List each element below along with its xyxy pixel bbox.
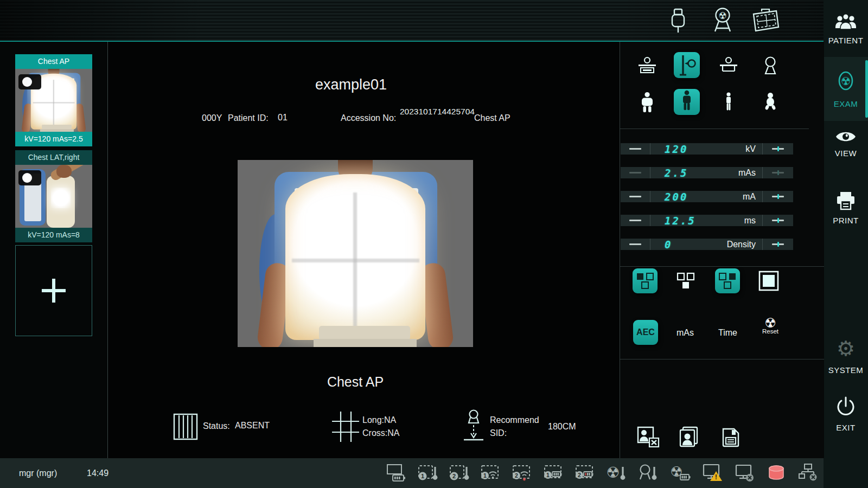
top-status-bar: ☢ — [0, 0, 824, 42]
plus-icon — [38, 275, 69, 306]
thumbnail-chest-ap[interactable]: Chest AP kV=120 mAs=2.5 — [15, 54, 92, 146]
camera-icon — [18, 170, 41, 185]
nav-patient[interactable]: PATIENT — [824, 13, 868, 45]
body-type-slim-adult-button[interactable] — [716, 91, 742, 117]
aec-full-field-button[interactable] — [756, 268, 781, 293]
ms-decrease-button[interactable] — [621, 215, 650, 226]
nav-system[interactable]: ⚙ SYSTEM — [824, 337, 868, 375]
logged-in-user: mgr (mgr) — [19, 458, 57, 488]
svg-text:2: 2 — [452, 473, 456, 479]
receptor-table-top-button[interactable] — [716, 54, 742, 80]
mode-aec-label: AEC — [636, 328, 655, 337]
patient-id-label: Patient ID: — [228, 113, 269, 123]
accession-value: 2023101714425704 — [400, 106, 476, 117]
ma-value-display: 200 — [665, 191, 688, 203]
body-type-large-adult-button[interactable] — [634, 91, 660, 117]
patient-id-value: 01 — [278, 113, 288, 123]
detector1-signal-icon: 1 — [481, 463, 501, 483]
receptor-free-exposure-button[interactable] — [757, 54, 783, 80]
printer-icon — [824, 191, 868, 211]
ms-increase-button[interactable] — [762, 215, 793, 226]
thumbnail-chest-lat[interactable]: Chest LAT,right kV=120 mAs=8 — [15, 150, 92, 242]
collimator-temperature-icon — [638, 463, 659, 483]
receptor-table-bucky-button[interactable] — [634, 54, 660, 80]
detector1-battery-icon: 1 — [544, 463, 564, 483]
radiation-icon: ☢ — [758, 317, 782, 329]
ma-decrease-button[interactable] — [621, 191, 650, 202]
view-thumbnail-panel: Chest AP kV=120 mAs=2.5 Chest LAT,ri — [0, 42, 108, 458]
nav-view-label: VIEW — [824, 149, 868, 158]
kv-unit-label: kV — [688, 144, 762, 154]
copy-image-button[interactable] — [678, 426, 700, 448]
svg-text:⚙: ⚙ — [837, 337, 855, 361]
device-status-icons: 1 2 1 2 1 — [386, 463, 819, 483]
nav-exam[interactable]: ☢ EXAM — [824, 57, 868, 121]
add-view-button[interactable] — [15, 245, 92, 336]
body-type-child-button[interactable] — [757, 91, 783, 117]
mas-unit-label: mAs — [688, 168, 762, 178]
mas-control-row: 2.5 mAs — [621, 167, 793, 178]
ma-unit-label: mA — [688, 192, 762, 202]
body-type-adult-button[interactable] — [674, 89, 700, 115]
density-value-display: 0 — [665, 239, 672, 251]
panel-divider — [620, 266, 824, 267]
aec-center-chamber-button[interactable] — [673, 268, 698, 293]
grid-icon — [173, 413, 199, 441]
aec-left-chamber-button[interactable] — [633, 268, 658, 293]
receptor-wall-stand-button[interactable] — [674, 52, 700, 78]
nav-print[interactable]: PRINT — [824, 191, 868, 225]
main-nav-sidebar: PATIENT ☢ EXAM VIEW — [824, 0, 868, 488]
view-name: Chest AP — [474, 113, 510, 123]
table-top-icon — [717, 55, 740, 78]
mas-value-display: 2.5 — [665, 167, 688, 179]
aec-right-chamber-icon — [715, 268, 740, 293]
detector2-signal-icon: 2 — [512, 463, 533, 483]
topbar-shade — [0, 0, 824, 41]
thumbnail-title: Chest AP — [15, 54, 92, 69]
xray-tube-icon: ☢ — [710, 7, 736, 35]
ms-control-row: 12.5 ms — [621, 215, 793, 226]
exam-main-area: example01 000Y Patient ID: 01 Accession … — [107, 42, 620, 458]
eye-icon — [824, 129, 868, 144]
mode-time-button[interactable]: Time — [718, 328, 737, 338]
adult-icon — [675, 89, 698, 114]
collimation-icon — [331, 410, 360, 443]
mode-aec-button[interactable]: AEC — [633, 320, 658, 345]
radiation-oval-icon: ☢ — [824, 57, 868, 95]
save-image-button[interactable] — [721, 427, 741, 448]
svg-text:☢: ☢ — [607, 464, 620, 481]
mas-decrease-button[interactable] — [621, 167, 650, 178]
camera-icon — [18, 74, 41, 89]
kv-value-display: 120 — [665, 143, 688, 155]
density-control-row: 0 Density — [621, 239, 793, 250]
svg-text:2: 2 — [578, 472, 581, 478]
nav-exit[interactable]: EXIT — [824, 396, 868, 432]
svg-text:!: ! — [715, 473, 717, 481]
generator-reset-button[interactable]: ☢ Reset — [758, 317, 782, 335]
kv-decrease-button[interactable] — [621, 143, 650, 155]
kv-increase-button[interactable] — [762, 143, 793, 155]
tube-temperature-icon: ☢ — [607, 463, 627, 483]
ma-control-row: 200 mA — [621, 191, 793, 202]
nav-view[interactable]: VIEW — [824, 129, 868, 158]
mas-increase-button[interactable] — [762, 167, 793, 178]
detector1-temperature-icon: 1 — [418, 463, 438, 483]
aec-right-chamber-button[interactable] — [715, 268, 740, 293]
collimation-long-value: Long:NA — [362, 415, 396, 425]
svg-text:☢: ☢ — [718, 10, 726, 21]
delete-image-button[interactable] — [636, 426, 660, 448]
grid-status-value: ABSENT — [235, 421, 270, 431]
sid-value: 180CM — [548, 422, 576, 432]
acquisition-workstation: ☢ PATIENT — [0, 0, 868, 488]
collimation-cross-value: Cross:NA — [362, 428, 399, 438]
ma-increase-button[interactable] — [762, 191, 793, 202]
aec-full-field-icon — [756, 268, 781, 293]
mode-mas-button[interactable]: mAs — [676, 328, 694, 338]
accession-label: Accession No: — [341, 113, 396, 123]
density-decrease-button[interactable] — [621, 239, 650, 250]
clock: 14:49 — [87, 458, 108, 488]
panel-divider — [620, 359, 824, 359]
svg-text:2: 2 — [515, 472, 518, 479]
density-increase-button[interactable] — [762, 239, 793, 250]
child-icon — [759, 91, 782, 116]
